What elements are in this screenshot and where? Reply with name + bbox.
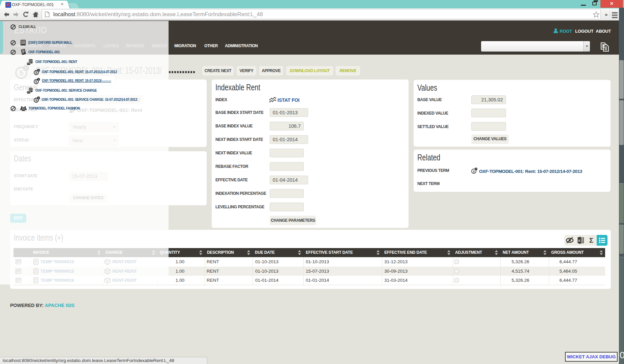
svg-text:!: !: [38, 69, 39, 72]
svg-text:Σ: Σ: [589, 236, 594, 244]
svg-text:!: !: [38, 78, 39, 81]
svg-text:5: 5: [35, 98, 37, 102]
svg-text:5: 5: [35, 71, 37, 74]
svg-text:!: !: [38, 97, 39, 100]
svg-text:5: 5: [473, 170, 475, 173]
svg-text:5: 5: [35, 80, 37, 84]
svg-text:X: X: [578, 239, 581, 242]
svg-text:!: !: [476, 168, 476, 170]
